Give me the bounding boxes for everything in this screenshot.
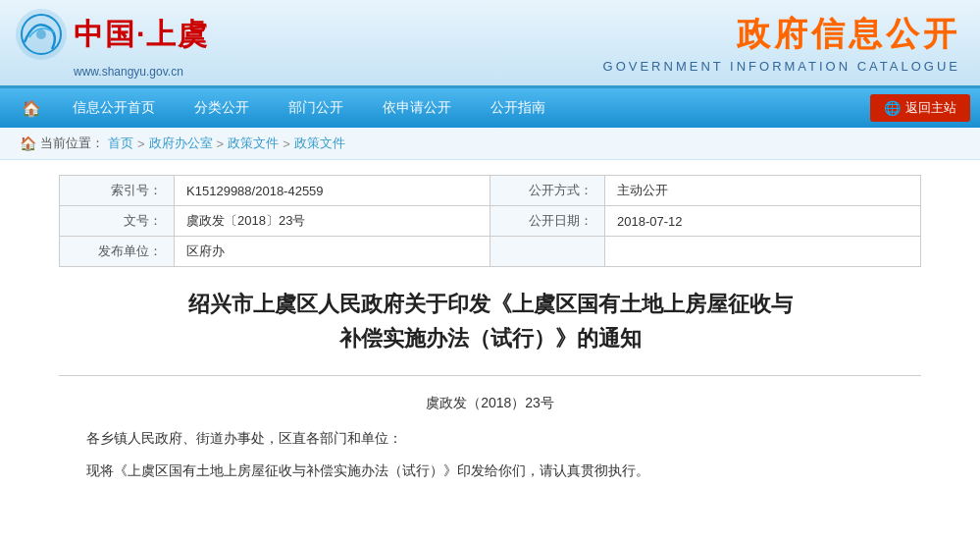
return-icon: 🌐	[884, 100, 901, 116]
nav-home[interactable]: 🏠	[10, 88, 53, 128]
value-empty	[605, 237, 921, 267]
nav-item-dept[interactable]: 部门公开	[269, 88, 363, 128]
label-pubtype: 公开方式：	[490, 176, 604, 206]
doc-paragraph-body: 现将《上虞区国有土地上房屋征收与补偿实施办法（试行）》印发给你们，请认真贯彻执行…	[59, 459, 921, 483]
doc-subtitle: 虞政发（2018）23号	[59, 391, 921, 415]
logo-text: 中国·上虞	[74, 15, 209, 55]
nav-item-home[interactable]: 信息公开首页	[53, 88, 175, 128]
breadcrumb: 🏠 当前位置： 首页 > 政府办公室 > 政策文件 > 政策文件	[0, 128, 980, 160]
info-table: 索引号： K15129988/2018-42559 公开方式： 主动公开 文号：…	[59, 175, 921, 267]
svg-point-2	[36, 29, 46, 39]
table-row: 发布单位： 区府办	[60, 237, 921, 267]
label-index: 索引号：	[60, 176, 175, 206]
title-divider	[59, 375, 921, 376]
nav-item-guide[interactable]: 公开指南	[471, 88, 565, 128]
nav-item-request[interactable]: 依申请公开	[363, 88, 471, 128]
return-label: 返回主站	[905, 99, 956, 117]
navbar: 🏠 信息公开首页 分类公开 部门公开 依申请公开 公开指南 🌐 返回主站	[0, 88, 980, 128]
breadcrumb-link-policy1[interactable]: 政策文件	[228, 135, 279, 152]
label-unit: 发布单位：	[60, 237, 175, 267]
gov-title-en: Government Information Catalogue	[603, 59, 960, 74]
breadcrumb-link-policy2[interactable]: 政策文件	[294, 135, 345, 152]
value-index: K15129988/2018-42559	[175, 176, 490, 206]
table-row: 文号： 虞政发〔2018〕23号 公开日期： 2018-07-12	[60, 206, 921, 237]
main-content: 索引号： K15129988/2018-42559 公开方式： 主动公开 文号：…	[0, 160, 980, 511]
logo-area: 中国·上虞 www.shangyu.gov.cn	[15, 8, 209, 79]
nav-item-category[interactable]: 分类公开	[175, 88, 269, 128]
label-pubdate: 公开日期：	[490, 206, 604, 237]
logo-icon	[15, 8, 69, 62]
breadcrumb-link-home[interactable]: 首页	[108, 135, 133, 152]
value-docno: 虞政发〔2018〕23号	[175, 206, 490, 237]
value-pubtype: 主动公开	[605, 176, 921, 206]
return-button[interactable]: 🌐 返回主站	[870, 94, 970, 122]
document-body: 虞政发（2018）23号 各乡镇人民政府、街道办事处，区直各部门和单位： 现将《…	[59, 391, 921, 483]
home-icon: 🏠	[20, 136, 36, 151]
doc-paragraph-salutation: 各乡镇人民政府、街道办事处，区直各部门和单位：	[59, 426, 921, 451]
gov-title-cn: 政府信息公开	[603, 12, 960, 57]
breadcrumb-prefix: 当前位置：	[40, 135, 104, 152]
page-header: 中国·上虞 www.shangyu.gov.cn 政府信息公开 Governme…	[0, 0, 980, 88]
label-docno: 文号：	[60, 206, 175, 237]
logo-url: www.shangyu.gov.cn	[74, 65, 183, 79]
value-unit: 区府办	[175, 237, 490, 267]
label-empty	[490, 237, 604, 267]
document-title: 绍兴市上虞区人民政府关于印发《上虞区国有土地上房屋征收与补偿实施办法（试行）》的…	[59, 287, 921, 355]
table-row: 索引号： K15129988/2018-42559 公开方式： 主动公开	[60, 176, 921, 206]
breadcrumb-link-office[interactable]: 政府办公室	[149, 135, 213, 152]
header-right: 政府信息公开 Government Information Catalogue	[603, 12, 960, 74]
value-pubdate: 2018-07-12	[605, 206, 921, 237]
